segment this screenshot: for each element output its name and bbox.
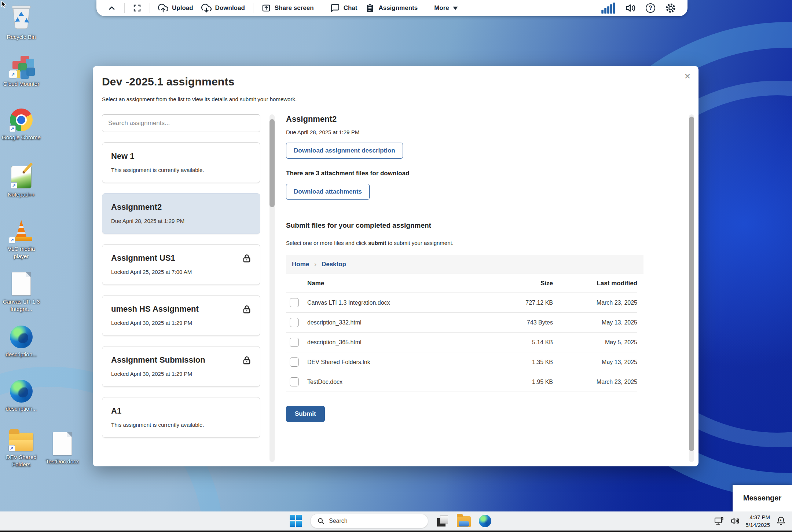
submit-hint: Select one or more files and click submi… — [286, 240, 682, 246]
desktop-icon-label: Recycle Bin — [7, 33, 36, 41]
more-button[interactable]: More — [434, 4, 458, 12]
edge-browser-icon[interactable] — [479, 515, 491, 527]
chevron-down-icon — [453, 7, 458, 10]
section-divider — [286, 211, 682, 211]
assignment-card-title: A1 — [111, 406, 251, 416]
toolbar-divider — [253, 3, 253, 13]
file-checkbox[interactable] — [290, 298, 299, 307]
chevron-up-icon — [107, 4, 116, 12]
desktop-icon-testdoc[interactable]: TestDoc.docx — [42, 432, 83, 465]
desktop-icon-label: Notepad++ — [8, 191, 35, 198]
file-checkbox[interactable] — [290, 357, 299, 367]
desktop-icon-canvas-lti-doc[interactable]: Canvas LTI 1.3 Integra... — [1, 272, 42, 313]
detail-due-date: Due April 28, 2025 at 1:29 PM — [286, 129, 682, 135]
table-row: description_365.html 5.14 KB May 5, 2025 — [286, 333, 637, 352]
desktop-icon-label: Canvas LTI 1.3 Integra... — [1, 298, 42, 313]
share-screen-button[interactable]: Share screen — [261, 3, 314, 13]
file-explorer-icon[interactable] — [457, 516, 471, 527]
toolbar-divider — [426, 3, 426, 13]
assignments-label: Assignments — [378, 4, 418, 12]
assignment-card-assignment2[interactable]: Assignment2 Due April 28, 2025 at 1:29 P… — [102, 193, 260, 234]
assignment-list-panel: New 1 This assignment is currently avail… — [102, 114, 260, 466]
upload-button[interactable]: Upload — [158, 3, 193, 13]
cloud-download-icon — [201, 3, 212, 13]
settings-gear-icon[interactable] — [665, 2, 676, 14]
file-modified: May 13, 2025 — [553, 319, 637, 326]
search-icon — [317, 517, 324, 525]
file-table-header: Name Size Last modified — [286, 274, 637, 293]
volume-icon[interactable] — [625, 3, 636, 14]
search-input[interactable] — [102, 114, 260, 132]
file-checkbox[interactable] — [290, 318, 299, 327]
assignment-card-a1[interactable]: A1 This assignment is currently availabl… — [102, 397, 260, 438]
desktop-icon-cloud-mounter[interactable]: ↗ Cloud Mounter — [1, 54, 42, 88]
notification-bell-icon[interactable]: z — [776, 516, 786, 526]
close-icon[interactable]: × — [685, 71, 690, 81]
breadcrumb: Home › Desktop — [286, 255, 644, 274]
shortcut-arrow-icon: ↗ — [9, 70, 17, 78]
assignment-card-assignment-submission[interactable]: Assignment Submission Locked April 30, 2… — [102, 346, 260, 387]
table-row: description_332.html 743 Bytes May 13, 2… — [286, 313, 637, 333]
taskbar-app-squares[interactable] — [436, 515, 449, 527]
notepad-plus-plus-icon: ↗ — [11, 166, 32, 188]
chat-label: Chat — [344, 4, 358, 12]
download-label: Download — [215, 4, 245, 12]
messenger-label: Messenger — [743, 494, 782, 502]
file-name: description_332.html — [304, 319, 494, 326]
desktop-icon-label: description... — [6, 351, 37, 358]
desktop-icon-description-1[interactable]: description... — [1, 326, 42, 358]
assignment-card-umesh-hs[interactable]: umesh HS Assignment Locked April 30, 202… — [102, 295, 260, 336]
submit-button[interactable]: Submit — [286, 406, 325, 422]
download-attachments-button[interactable]: Download attachments — [286, 184, 370, 200]
file-checkbox[interactable] — [290, 377, 299, 386]
dialog-title: Dev -2025.1 assignments — [102, 76, 234, 88]
file-name: description_365.html — [304, 339, 494, 346]
desktop-icon-google-chrome[interactable]: ↗ Google Chrome — [1, 109, 42, 141]
breadcrumb-desktop-link[interactable]: Desktop — [322, 261, 346, 268]
desktop-icon-vlc[interactable]: ↗ VLC media player — [1, 219, 42, 260]
dialog-subtitle: Select an assignment from the list to vi… — [102, 96, 297, 102]
tray-time: 4:37 PM — [745, 513, 770, 521]
assignment-list-scrollbar[interactable] — [270, 114, 275, 462]
taskbar-search[interactable]: Search — [310, 514, 428, 528]
svg-text:z: z — [780, 518, 782, 521]
file-name: DEV Shared Folders.lnk — [304, 359, 494, 366]
desktop-icon-description-2[interactable]: description... — [1, 380, 42, 412]
file-modified: March 23, 2025 — [553, 379, 637, 385]
shortcut-arrow-icon: ↗ — [9, 125, 16, 132]
edge-file-icon — [10, 326, 33, 348]
desktop-icon-notepad-plus-plus[interactable]: ↗ Notepad++ — [1, 166, 42, 198]
system-tray: 4:37 PM 5/14/2025 z — [714, 511, 786, 531]
modal-scrollbar[interactable] — [689, 114, 694, 462]
tray-volume-icon[interactable] — [730, 516, 740, 526]
download-description-button[interactable]: Download assignment description — [286, 143, 403, 159]
assignment-card-status: Due April 28, 2025 at 1:29 PM — [111, 218, 251, 224]
column-header-modified: Last modified — [553, 280, 637, 287]
help-icon[interactable]: ? — [646, 3, 655, 13]
display-network-icon[interactable] — [714, 516, 724, 526]
file-table: Name Size Last modified Canvas LTI 1.3 I… — [286, 274, 637, 392]
assignment-card-new-1[interactable]: New 1 This assignment is currently avail… — [102, 142, 260, 183]
desktop-icon-recycle-bin[interactable]: Recycle Bin — [1, 3, 42, 41]
messenger-button[interactable]: Messenger — [733, 485, 792, 511]
chat-button[interactable]: Chat — [330, 3, 358, 13]
assignment-card-status: This assignment is currently available. — [111, 167, 251, 173]
assignments-button[interactable]: Assignments — [365, 3, 418, 13]
file-size: 743 Bytes — [494, 319, 553, 326]
assignment-card-assignment-us1[interactable]: Assignment US1 Locked April 25, 2025 at … — [102, 244, 260, 285]
collapse-toolbar-button[interactable] — [107, 4, 116, 12]
desktop-icon-label: Cloud Mounter — [3, 80, 39, 88]
lock-icon — [242, 304, 252, 316]
assignment-card-title: New 1 — [111, 151, 251, 161]
clock[interactable]: 4:37 PM 5/14/2025 — [745, 513, 770, 529]
file-checkbox[interactable] — [290, 338, 299, 347]
download-button[interactable]: Download — [201, 3, 245, 13]
breadcrumb-home-link[interactable]: Home — [292, 261, 309, 268]
chevron-right-icon: › — [314, 261, 316, 268]
cloud-upload-icon — [158, 3, 168, 13]
desktop-icon-dev-shared-folders[interactable]: ↗ DEV Shared Folders — [1, 428, 42, 469]
folder-icon: ↗ — [9, 433, 33, 451]
toolbar-divider — [322, 3, 322, 13]
fullscreen-button[interactable] — [133, 4, 142, 12]
start-button[interactable] — [290, 515, 302, 527]
